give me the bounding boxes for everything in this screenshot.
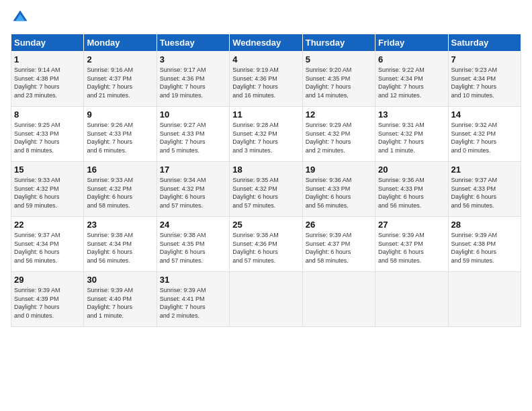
day-number: 14 (451, 109, 518, 120)
calendar-cell: 7Sunrise: 9:23 AMSunset: 4:34 PMDaylight… (448, 52, 521, 107)
cell-info: Sunrise: 9:38 AMSunset: 4:34 PMDaylight:… (87, 231, 153, 265)
calendar-cell: 25Sunrise: 9:38 AMSunset: 4:36 PMDayligh… (230, 217, 302, 272)
cell-info: Sunrise: 9:39 AMSunset: 4:37 PMDaylight:… (306, 231, 372, 265)
cell-info: Sunrise: 9:36 AMSunset: 4:33 PMDaylight:… (306, 176, 372, 210)
logo-icon (11, 8, 30, 27)
day-number: 18 (232, 165, 299, 175)
calendar-header: SundayMondayTuesdayWednesdayThursdayFrid… (11, 34, 521, 52)
day-number: 22 (14, 220, 81, 230)
calendar-cell: 19Sunrise: 9:36 AMSunset: 4:33 PMDayligh… (302, 162, 375, 217)
day-number: 15 (14, 165, 81, 175)
calendar-cell: 22Sunrise: 9:37 AMSunset: 4:34 PMDayligh… (11, 217, 84, 272)
weekday-header: Wednesday (230, 34, 302, 52)
calendar-cell (448, 272, 521, 327)
day-number: 24 (160, 220, 226, 230)
day-number: 12 (306, 109, 372, 120)
cell-info: Sunrise: 9:39 AMSunset: 4:37 PMDaylight:… (378, 231, 445, 265)
calendar-cell: 20Sunrise: 9:36 AMSunset: 4:33 PMDayligh… (375, 162, 448, 217)
calendar-cell: 31Sunrise: 9:39 AMSunset: 4:41 PMDayligh… (157, 272, 229, 327)
day-number: 1 (14, 54, 81, 64)
cell-info: Sunrise: 9:32 AMSunset: 4:32 PMDaylight:… (451, 121, 518, 154)
calendar-cell: 6Sunrise: 9:22 AMSunset: 4:34 PMDaylight… (375, 52, 448, 107)
cell-info: Sunrise: 9:37 AMSunset: 4:34 PMDaylight:… (14, 231, 81, 265)
cell-info: Sunrise: 9:39 AMSunset: 4:39 PMDaylight:… (14, 286, 81, 320)
day-number: 28 (451, 220, 518, 230)
day-number: 8 (14, 109, 81, 120)
calendar-cell: 21Sunrise: 9:37 AMSunset: 4:33 PMDayligh… (448, 162, 521, 217)
cell-info: Sunrise: 9:29 AMSunset: 4:32 PMDaylight:… (306, 121, 372, 154)
calendar-cell: 26Sunrise: 9:39 AMSunset: 4:37 PMDayligh… (302, 217, 375, 272)
cell-info: Sunrise: 9:39 AMSunset: 4:38 PMDaylight:… (451, 231, 518, 265)
calendar-cell: 11Sunrise: 9:28 AMSunset: 4:32 PMDayligh… (230, 107, 302, 162)
cell-info: Sunrise: 9:16 AMSunset: 4:37 PMDaylight:… (87, 66, 153, 99)
calendar-cell: 9Sunrise: 9:26 AMSunset: 4:33 PMDaylight… (84, 107, 157, 162)
cell-info: Sunrise: 9:38 AMSunset: 4:35 PMDaylight:… (160, 231, 226, 265)
logo (11, 8, 32, 27)
calendar-cell: 3Sunrise: 9:17 AMSunset: 4:36 PMDaylight… (157, 52, 229, 107)
calendar-cell: 1Sunrise: 9:14 AMSunset: 4:38 PMDaylight… (11, 52, 84, 107)
calendar-cell: 13Sunrise: 9:31 AMSunset: 4:32 PMDayligh… (375, 107, 448, 162)
cell-info: Sunrise: 9:23 AMSunset: 4:34 PMDaylight:… (451, 66, 518, 99)
cell-info: Sunrise: 9:20 AMSunset: 4:35 PMDaylight:… (306, 66, 372, 99)
cell-info: Sunrise: 9:17 AMSunset: 4:36 PMDaylight:… (160, 66, 226, 99)
calendar-week-row: 8Sunrise: 9:25 AMSunset: 4:33 PMDaylight… (11, 107, 521, 162)
calendar-cell: 12Sunrise: 9:29 AMSunset: 4:32 PMDayligh… (302, 107, 375, 162)
calendar-cell (230, 272, 302, 327)
calendar-cell (302, 272, 375, 327)
cell-info: Sunrise: 9:38 AMSunset: 4:36 PMDaylight:… (232, 231, 299, 265)
cell-info: Sunrise: 9:39 AMSunset: 4:40 PMDaylight:… (87, 286, 153, 320)
calendar-cell: 28Sunrise: 9:39 AMSunset: 4:38 PMDayligh… (448, 217, 521, 272)
calendar-cell: 8Sunrise: 9:25 AMSunset: 4:33 PMDaylight… (11, 107, 84, 162)
cell-info: Sunrise: 9:33 AMSunset: 4:32 PMDaylight:… (87, 176, 153, 210)
cell-info: Sunrise: 9:25 AMSunset: 4:33 PMDaylight:… (14, 121, 81, 154)
weekday-header: Sunday (11, 34, 84, 52)
cell-info: Sunrise: 9:14 AMSunset: 4:38 PMDaylight:… (14, 66, 81, 99)
calendar-cell: 18Sunrise: 9:35 AMSunset: 4:32 PMDayligh… (230, 162, 302, 217)
weekday-header: Friday (375, 34, 448, 52)
calendar-cell: 2Sunrise: 9:16 AMSunset: 4:37 PMDaylight… (84, 52, 157, 107)
calendar-week-row: 29Sunrise: 9:39 AMSunset: 4:39 PMDayligh… (11, 272, 521, 327)
day-number: 4 (232, 54, 299, 64)
cell-info: Sunrise: 9:35 AMSunset: 4:32 PMDaylight:… (232, 176, 299, 210)
cell-info: Sunrise: 9:36 AMSunset: 4:33 PMDaylight:… (378, 176, 445, 210)
cell-info: Sunrise: 9:37 AMSunset: 4:33 PMDaylight:… (451, 176, 518, 210)
day-number: 2 (87, 54, 153, 64)
calendar-cell: 16Sunrise: 9:33 AMSunset: 4:32 PMDayligh… (84, 162, 157, 217)
weekday-header: Tuesday (157, 34, 229, 52)
calendar-cell: 14Sunrise: 9:32 AMSunset: 4:32 PMDayligh… (448, 107, 521, 162)
calendar-cell: 15Sunrise: 9:33 AMSunset: 4:32 PMDayligh… (11, 162, 84, 217)
calendar-cell: 17Sunrise: 9:34 AMSunset: 4:32 PMDayligh… (157, 162, 229, 217)
day-number: 3 (160, 54, 226, 64)
page-container: SundayMondayTuesdayWednesdayThursdayFrid… (0, 0, 532, 332)
day-number: 27 (378, 220, 445, 230)
day-number: 9 (87, 109, 153, 120)
calendar-cell: 30Sunrise: 9:39 AMSunset: 4:40 PMDayligh… (84, 272, 157, 327)
day-number: 31 (160, 275, 226, 285)
day-number: 10 (160, 109, 226, 120)
calendar-cell: 5Sunrise: 9:20 AMSunset: 4:35 PMDaylight… (302, 52, 375, 107)
day-number: 7 (451, 54, 518, 64)
weekday-header: Monday (84, 34, 157, 52)
cell-info: Sunrise: 9:34 AMSunset: 4:32 PMDaylight:… (160, 176, 226, 210)
day-number: 13 (378, 109, 445, 120)
cell-info: Sunrise: 9:26 AMSunset: 4:33 PMDaylight:… (87, 121, 153, 154)
cell-info: Sunrise: 9:28 AMSunset: 4:32 PMDaylight:… (232, 121, 299, 154)
cell-info: Sunrise: 9:22 AMSunset: 4:34 PMDaylight:… (378, 66, 445, 99)
weekday-header: Saturday (448, 34, 521, 52)
cell-info: Sunrise: 9:33 AMSunset: 4:32 PMDaylight:… (14, 176, 81, 210)
cell-info: Sunrise: 9:31 AMSunset: 4:32 PMDaylight:… (378, 121, 445, 154)
day-number: 26 (306, 220, 372, 230)
calendar-cell: 24Sunrise: 9:38 AMSunset: 4:35 PMDayligh… (157, 217, 229, 272)
day-number: 16 (87, 165, 153, 175)
calendar-cell: 4Sunrise: 9:19 AMSunset: 4:36 PMDaylight… (230, 52, 302, 107)
day-number: 23 (87, 220, 153, 230)
day-number: 21 (451, 165, 518, 175)
calendar-cell: 27Sunrise: 9:39 AMSunset: 4:37 PMDayligh… (375, 217, 448, 272)
calendar-cell (375, 272, 448, 327)
day-number: 25 (232, 220, 299, 230)
calendar-cell: 23Sunrise: 9:38 AMSunset: 4:34 PMDayligh… (84, 217, 157, 272)
day-number: 30 (87, 275, 153, 285)
calendar-cell: 29Sunrise: 9:39 AMSunset: 4:39 PMDayligh… (11, 272, 84, 327)
day-number: 29 (14, 275, 81, 285)
day-number: 17 (160, 165, 226, 175)
